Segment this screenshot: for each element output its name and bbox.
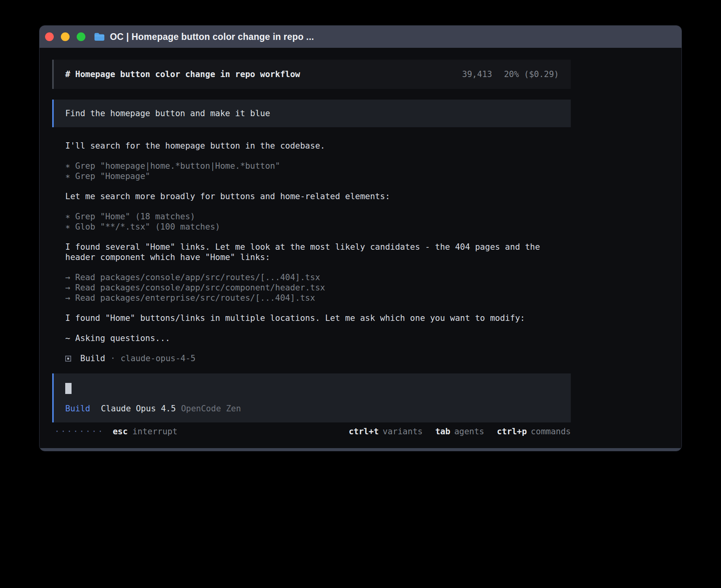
- assistant-text: I found "Home" buttons/links in multiple…: [65, 313, 555, 323]
- session-title: # Homepage button color change in repo w…: [65, 69, 300, 79]
- tool-call-group: → Read packages/console/app/src/routes/[…: [65, 272, 571, 303]
- agent-status-line: Build · claude-opus-4-5: [65, 353, 571, 364]
- agent-model: claude-opus-4-5: [121, 353, 196, 364]
- folder-icon: [94, 32, 105, 41]
- keybind-agents: tabagents: [435, 426, 484, 437]
- tool-call-grep: ∗ Grep "Home" (18 matches): [65, 211, 571, 222]
- terminal-window: OC | Homepage button color change in rep…: [39, 25, 682, 451]
- editor-provider: OpenCode Zen: [181, 403, 241, 414]
- status-right: ctrl+tvariants tabagents ctrl+pcommands: [349, 426, 571, 437]
- zoom-button[interactable]: [77, 32, 85, 41]
- assistant-text: I found several "Home" links. Let me loo…: [65, 242, 555, 262]
- assistant-status-text: ~ Asking questions...: [65, 333, 555, 343]
- status-bar: ········ esc interrupt ctrl+tvariants ta…: [52, 426, 571, 437]
- keybind-commands: ctrl+pcommands: [497, 426, 571, 437]
- context-usage: 20% ($0.29): [504, 69, 559, 79]
- minimize-button[interactable]: [61, 32, 70, 41]
- agent-name: Build: [80, 353, 105, 364]
- esc-key-hint: esc: [113, 426, 128, 437]
- tool-call-grep: ∗ Grep "homepage|home.*button|Home.*butt…: [65, 161, 571, 171]
- tool-call-read: → Read packages/console/app/src/routes/[…: [65, 272, 571, 283]
- editor-mode: Build: [65, 403, 90, 414]
- close-button[interactable]: [45, 32, 54, 41]
- tool-call-group: ∗ Grep "Home" (18 matches) ∗ Glob "**/*.…: [65, 211, 571, 232]
- tool-call-read: → Read packages/enterprise/src/routes/[.…: [65, 293, 571, 303]
- tool-call-group: ∗ Grep "homepage|home.*button|Home.*butt…: [65, 161, 571, 181]
- session-meta: 39,413 20% ($0.29): [462, 69, 559, 79]
- assistant-text: Let me search more broadly for buttons a…: [65, 191, 555, 202]
- editor-meta: Build Claude Opus 4.5 OpenCode Zen: [65, 403, 559, 414]
- window-titlebar[interactable]: OC | Homepage button color change in rep…: [40, 26, 681, 48]
- assistant-text: I'll search for the homepage button in t…: [65, 141, 555, 151]
- keybind-variants: ctrl+tvariants: [349, 426, 423, 437]
- build-agent-icon: [65, 356, 71, 362]
- assistant-transcript: I'll search for the homepage button in t…: [52, 141, 571, 364]
- window-title: OC | Homepage button color change in rep…: [110, 32, 314, 42]
- user-message-text: Find the homepage button and make it blu…: [65, 109, 270, 118]
- window-controls: [45, 32, 85, 41]
- user-message: Find the homepage button and make it blu…: [52, 100, 571, 127]
- spinner-dots-icon: ········: [55, 426, 104, 437]
- token-count: 39,413: [462, 69, 492, 79]
- status-left: ········ esc interrupt: [55, 426, 177, 437]
- prompt-editor[interactable]: Build Claude Opus 4.5 OpenCode Zen: [52, 373, 571, 422]
- editor-model: Claude Opus 4.5: [101, 403, 176, 414]
- session-header: # Homepage button color change in repo w…: [52, 60, 571, 89]
- dot-separator: ·: [110, 353, 115, 364]
- tool-call-glob: ∗ Glob "**/*.tsx" (100 matches): [65, 222, 571, 232]
- tool-call-read: → Read packages/console/app/src/componen…: [65, 283, 571, 293]
- text-cursor: [65, 383, 72, 394]
- tool-call-grep: ∗ Grep "Homepage": [65, 171, 571, 181]
- esc-key-label: interrupt: [132, 426, 177, 437]
- tui-content: # Homepage button color change in repo w…: [52, 60, 571, 437]
